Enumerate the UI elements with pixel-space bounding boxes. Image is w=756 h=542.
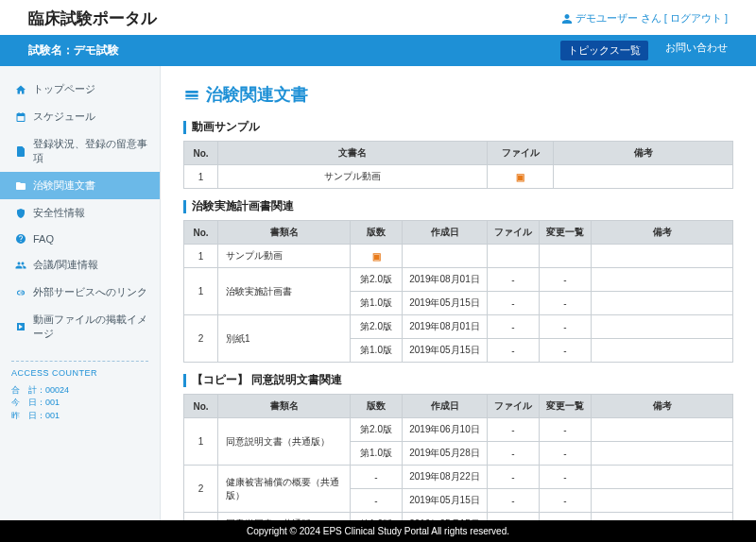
logout-link[interactable]: [ ログアウト ] [664,11,728,25]
sidebar-item-label: 安全性情報 [33,206,85,220]
question-icon [15,233,26,245]
table-row: 2 健康被害補償の概要（共通版） - 2019年08月22日 - - [184,466,733,489]
cell-date [403,245,488,268]
cell-ver: 第1.0版 [351,339,403,363]
th-name: 書類名 [218,395,351,418]
sidebar-item-movie[interactable]: 動画ファイルの掲載イメージ [0,306,160,347]
cell-file: - [488,339,540,363]
cell-chg: - [540,315,592,339]
cell-no: 2 [184,466,218,513]
table-consent: No. 書類名 版数 作成日 ファイル 変更一覧 備考 1 同意説明文書（共通版… [183,394,733,520]
contact-link[interactable]: お問い合わせ [665,41,728,60]
counter-today: 今 日：001 [11,397,148,410]
sidebar-item-documents[interactable]: 治験関連文書 [0,172,160,199]
cell-ver: 第1.0版 [351,442,403,466]
table-row: 1 治験実施計画書 第2.0版 2019年08月01日 - - [184,268,733,292]
counter-title: ACCESS COUNTER [11,367,148,381]
play-icon [15,321,26,332]
movie-icon: ▣ [516,172,524,182]
th-file: ファイル [488,142,554,165]
cell-chg: - [540,513,592,521]
sidebar-item-schedule[interactable]: スケジュール [0,103,160,130]
cell-chg: - [540,442,592,466]
th-chg: 変更一覧 [540,395,592,418]
calendar-icon [15,111,26,123]
cell-note [592,339,733,363]
link-icon [15,287,26,298]
sidebar-item-label: 外部サービスへのリンク [33,285,147,299]
counter-yesterday: 昨 日：001 [11,410,148,423]
footer: Copyright © 2024 EPS Clinical Study Port… [0,520,756,542]
cell-chg: - [540,292,592,315]
table-protocol: No. 書類名 版数 作成日 ファイル 変更一覧 備考 1 サンプル動画 ▣ 1… [183,220,733,363]
cell-file: - [488,489,540,513]
doc-icon [15,145,26,157]
cell-date: 2019年08月22日 [403,466,488,489]
user-name: デモユーザー さん [576,11,662,25]
people-icon [15,260,26,271]
cell-file[interactable]: ▣ [351,245,403,268]
cell-chg: - [540,268,592,292]
sidebar-item-external[interactable]: 外部サービスへのリンク [0,279,160,306]
cell-date: 2019年05月15日 [403,292,488,315]
user-icon [561,13,573,25]
site-title: 臨床試験ポータル [28,8,157,29]
access-counter: ACCESS COUNTER 合 計：00024 今 日：001 昨 日：001 [11,361,148,422]
cell-file [488,245,540,268]
cell-name: 別紙1 [218,315,351,363]
cell-date: 2019年05月15日 [403,513,488,521]
cell-note [592,466,733,489]
cell-date: 2019年08月01日 [403,315,488,339]
cell-note [592,418,733,442]
th-name: 文書名 [218,142,488,165]
cell-ver: 第2.0版 [351,418,403,442]
cell-no: 3 [184,513,218,521]
folder-icon [15,180,26,192]
table-movies: No. 文書名 ファイル 備考 1 サンプル動画 ▣ [183,141,733,189]
home-icon [15,84,26,95]
sidebar-item-top[interactable]: トップページ [0,76,160,103]
table-row: 1 同意説明文書（共通版） 第2.0版 2019年06月10日 - - [184,418,733,442]
th-name: 書類名 [218,221,351,245]
table-row: 1 サンプル動画 ▣ [184,165,733,189]
sidebar-item-meeting[interactable]: 会議/関連情報 [0,251,160,279]
cell-chg [540,245,592,268]
table-row: 3 同意撤回書（共通版） 第1.0版 2019年05月15日 - - [184,513,733,521]
sidebar-nav: トップページ スケジュール 登録状況、登録の留意事項 治験関連文書 安全性情報 … [0,76,160,347]
page-title: 治験関連文書 [183,83,733,106]
movie-icon: ▣ [372,251,381,262]
th-ver: 版数 [351,221,403,245]
sidebar-item-registration[interactable]: 登録状況、登録の留意事項 [0,130,160,172]
cell-file[interactable]: ▣ [488,165,554,189]
cell-ver: - [351,466,403,489]
cell-date: 2019年08月01日 [403,268,488,292]
sidebar-item-safety[interactable]: 安全性情報 [0,199,160,227]
cell-chg: - [540,489,592,513]
cell-no: 1 [184,165,218,189]
th-note: 備考 [592,395,733,418]
cell-note [592,245,733,268]
section-title-2: 治験実施計画書関連 [183,198,733,214]
page-title-text: 治験関連文書 [206,83,308,106]
sidebar-item-label: スケジュール [33,110,95,124]
cell-no: 1 [184,245,218,268]
cell-name: サンプル動画 [218,245,351,268]
cell-file: - [488,315,540,339]
cell-no: 1 [184,268,218,315]
th-ver: 版数 [351,395,403,418]
th-date: 作成日 [403,395,488,418]
sidebar-item-label: 治験関連文書 [33,178,95,193]
th-note: 備考 [554,142,733,165]
cell-no: 1 [184,418,218,466]
cell-ver: 第1.0版 [351,292,403,315]
shield-icon [15,208,26,219]
cell-note [592,292,733,315]
cell-note [592,442,733,466]
cell-name: 健康被害補償の概要（共通版） [218,466,351,513]
cell-name: 治験実施計画書 [218,268,351,315]
topics-link[interactable]: トピックス一覧 [560,41,648,60]
sidebar-item-label: 登録状況、登録の留意事項 [33,137,148,165]
cell-chg: - [540,418,592,442]
th-no: No. [184,395,218,418]
sidebar-item-faq[interactable]: FAQ [0,227,160,251]
